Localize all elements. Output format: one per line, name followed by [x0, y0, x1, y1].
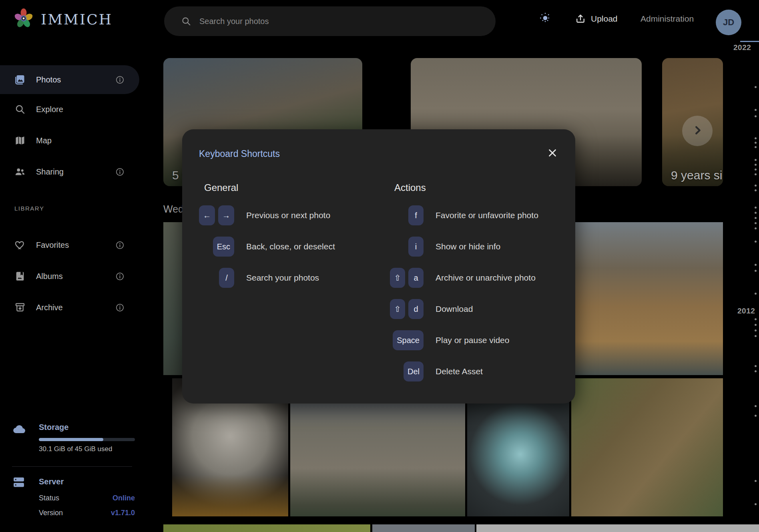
chevron-right-icon: [691, 123, 704, 139]
immich-logo[interactable]: IMMICH: [12, 7, 112, 32]
sidebar-item-archive[interactable]: Archive: [0, 297, 139, 318]
shortcut-section-actions: ActionsfFavorite or unfavorite photoiSho…: [375, 182, 560, 393]
storage-progress-bar: [39, 438, 135, 441]
shortcut-section-general: General←→Previous or next photoEscBack, …: [199, 182, 371, 299]
photo-strip-gray[interactable]: [372, 524, 475, 532]
scrubber-segment-dot: [755, 137, 757, 139]
shortcut-keys: ⇧a: [375, 268, 424, 288]
scrubber-segment-dot: [755, 335, 757, 337]
scrubber-position-line: [740, 41, 759, 42]
scrubber-segment-dot: [755, 329, 757, 331]
server-icon: [12, 476, 27, 488]
server-version-label: Version: [39, 509, 63, 517]
info-icon[interactable]: [115, 241, 124, 250]
scrubber-segment-dot: [755, 270, 757, 272]
timeline-scrubber[interactable]: 2022 2012: [723, 38, 759, 532]
photo-lizard[interactable]: [571, 378, 723, 516]
shortcut-label: Previous or next photo: [246, 211, 330, 220]
scrubber-segment-dot: [755, 241, 757, 243]
info-icon[interactable]: [115, 75, 124, 84]
sidebar-item-favorites[interactable]: Favorites: [0, 234, 139, 256]
shortcut-row: /Search your photos: [199, 268, 371, 288]
user-avatar[interactable]: JD: [716, 10, 741, 35]
sun-icon: [539, 12, 552, 26]
sidebar-item-label: Archive: [36, 303, 63, 312]
sidebar-item-map[interactable]: Map: [0, 130, 139, 151]
key-chip: Space: [393, 330, 424, 350]
scrubber-segment-dot: [755, 324, 757, 326]
sidebar-divider: [12, 466, 132, 467]
key-chip: ⇧: [390, 299, 405, 319]
server-title: Server: [39, 477, 64, 486]
shortcut-label: Download: [436, 304, 473, 314]
shortcut-keys: f: [375, 205, 424, 225]
server-version-row: Version v1.71.0: [39, 509, 135, 517]
sidebar-item-sharing[interactable]: Sharing: [0, 161, 139, 183]
scrubber-year-mid: 2012: [737, 307, 755, 315]
heart-icon: [14, 239, 26, 251]
info-icon[interactable]: [115, 303, 124, 312]
scrubber-segment-dot: [755, 146, 757, 148]
shortcut-label: Search your photos: [246, 273, 319, 283]
shortcut-label: Show or hide info: [436, 242, 500, 251]
search-icon: [181, 16, 191, 26]
key-chip: →: [218, 205, 234, 225]
upload-button[interactable]: Upload: [575, 0, 618, 38]
shortcut-heading-general: General: [204, 182, 371, 193]
storage-used-text: 30.1 GiB of 45 GiB used: [39, 445, 112, 453]
shortcut-row: DelDelete Asset: [375, 361, 560, 381]
administration-link[interactable]: Administration: [641, 0, 694, 38]
scrubber-segment-dot: [755, 207, 757, 209]
scrubber-segment-dot: [755, 365, 757, 367]
library-section-heading: LIBRARY: [14, 205, 44, 212]
sidebar: LIBRARY Storage 30.1 GiB of 45 GiB used …: [0, 38, 139, 532]
shortcut-keys: Del: [375, 361, 424, 381]
archive-icon: [14, 302, 26, 313]
scrubber-segment-dot: [755, 142, 757, 144]
shortcut-keys: Esc: [199, 237, 234, 257]
logo-wordmark: IMMICH: [41, 11, 112, 28]
search-icon: [14, 104, 26, 115]
modal-title: Keyboard Shortcuts: [199, 149, 280, 159]
shortcut-label: Favorite or unfavorite photo: [436, 211, 538, 220]
theme-toggle-button[interactable]: [539, 0, 552, 38]
upload-icon: [575, 13, 586, 24]
shortcut-row: SpacePlay or pause video: [375, 330, 560, 350]
info-icon[interactable]: [115, 167, 124, 177]
scrubber-segment-dot: [755, 293, 757, 295]
sidebar-item-albums[interactable]: Albums: [0, 265, 139, 287]
search-bar[interactable]: [164, 6, 496, 36]
shortcut-row: ⇧aArchive or unarchive photo: [375, 268, 560, 288]
keyboard-shortcuts-modal: Keyboard Shortcuts General←→Previous or …: [182, 129, 575, 404]
sidebar-item-photos[interactable]: Photos: [0, 65, 139, 94]
cloud-icon: [12, 423, 27, 435]
sidebar-item-explore[interactable]: Explore: [0, 98, 139, 120]
shortcut-row: ←→Previous or next photo: [199, 205, 371, 225]
photos-icon: [14, 74, 26, 85]
sidebar-item-label: Explore: [36, 105, 63, 114]
photo-strip-light[interactable]: [476, 524, 759, 532]
scrubber-segment-dot: [755, 159, 757, 161]
scrubber-segment-dot: [755, 185, 757, 187]
key-chip: ⇧: [390, 268, 405, 288]
scrubber-segment-dot: [755, 503, 757, 505]
photo-strip-field[interactable]: [163, 524, 370, 532]
scrubber-segment-dot: [755, 189, 757, 191]
shortcut-row: EscBack, close, or deselect: [199, 237, 371, 257]
shortcut-label: Delete Asset: [436, 367, 483, 376]
scrubber-segment-dot: [755, 227, 757, 229]
modal-close-button[interactable]: [546, 147, 558, 159]
memory-next-button[interactable]: [682, 116, 713, 146]
shortcut-row: fFavorite or unfavorite photo: [375, 205, 560, 225]
sidebar-item-label: Albums: [36, 272, 63, 281]
shortcut-keys: i: [375, 237, 424, 257]
shortcut-heading-actions: Actions: [394, 182, 560, 193]
scrubber-segment-dot: [755, 405, 757, 407]
search-input[interactable]: [199, 16, 440, 26]
scrubber-year-top: 2022: [733, 43, 751, 52]
key-chip: Del: [404, 361, 424, 381]
scrubber-segment-dot: [755, 480, 757, 482]
people-icon: [14, 166, 26, 177]
info-icon[interactable]: [115, 272, 124, 281]
shortcut-row: iShow or hide info: [375, 237, 560, 257]
